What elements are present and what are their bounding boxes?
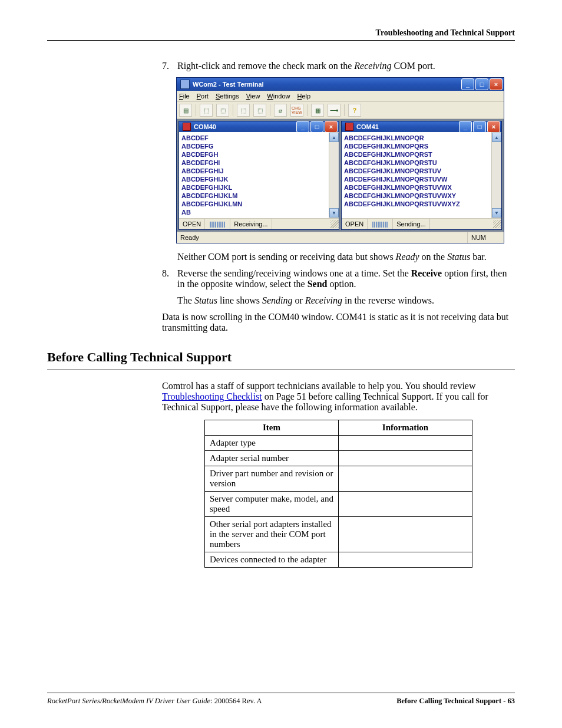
- menu-file[interactable]: File: [179, 93, 190, 100]
- txt-b: Receive: [411, 268, 442, 278]
- txt-i: Status: [447, 252, 470, 262]
- child-maximize-button[interactable]: □: [473, 121, 486, 133]
- terminal-icon: [183, 123, 191, 131]
- scroll-down-icon[interactable]: ▼: [492, 208, 501, 218]
- terminal-output-com41[interactable]: ABCDEFGHIJKLMNOPQR ABCDEFGHIJKLMNOPQRS A…: [342, 132, 491, 218]
- child-title-com40: COM40: [194, 123, 296, 130]
- doc-icon[interactable]: ▤: [179, 104, 192, 117]
- page-footer: RocketPort Series/RocketModem IV Driver …: [47, 693, 515, 706]
- leds-icon[interactable]: ▦: [311, 104, 324, 117]
- txt: or: [293, 295, 305, 305]
- scroll-up-icon[interactable]: ▲: [492, 133, 501, 142]
- col-item-header: Item: [205, 420, 339, 436]
- scroll-up-icon[interactable]: ▲: [329, 133, 339, 142]
- scroll-down-icon[interactable]: ▼: [329, 208, 339, 218]
- statusbar-right: NUM: [467, 232, 504, 243]
- close-button[interactable]: ×: [490, 78, 503, 90]
- child-status-open: OPEN: [342, 219, 368, 229]
- scrollbar[interactable]: ▲ ▼: [491, 132, 501, 218]
- step-8-number: 8.: [162, 268, 177, 289]
- child-titlebar-com41[interactable]: COM41 _ □ ×: [342, 121, 501, 132]
- ports-in-icon[interactable]: ⬚: [200, 104, 213, 117]
- closing-para: Data is now scrolling in the COM40 windo…: [162, 312, 515, 333]
- cell-info: [339, 552, 472, 568]
- toolbar: ▤ ⬚ ⬚ ⬚ ⬚ ⌀ CHGVIEW ▦ ⟶ ?: [177, 102, 504, 119]
- raw-icon[interactable]: ⟶: [328, 104, 340, 117]
- child-close-button[interactable]: ×: [325, 121, 338, 133]
- para-after-8: The Status line shows Sending or Receivi…: [177, 295, 515, 306]
- resize-grip-icon[interactable]: [330, 220, 339, 228]
- chg-view-icon[interactable]: CHGVIEW: [290, 104, 303, 117]
- child-window-com41: COM41 _ □ × ABCDEFGHIJKLMNOPQR ABCDEFGHI…: [341, 121, 502, 230]
- terminal-output-com40[interactable]: ABCDEF ABCDEFG ABCDEFGH ABCDEFGHI ABCDEF…: [179, 132, 329, 218]
- cell-item: Adapter type: [205, 436, 339, 451]
- child-close-button[interactable]: ×: [487, 121, 500, 133]
- footer-right: Before Calling Technical Support - 63: [396, 697, 515, 706]
- txt: Comtrol has a staff of support technicia…: [162, 381, 476, 391]
- table-row: Other serial port adapters installed in …: [205, 517, 472, 552]
- txt-b: Send: [308, 279, 328, 289]
- cell-item: Adapter serial number: [205, 451, 339, 466]
- troubleshooting-checklist-link[interactable]: Troubleshooting Checklist: [162, 391, 262, 401]
- txt: Neither COM port is sending or receiving…: [177, 252, 396, 262]
- child-title-com41: COM41: [356, 123, 459, 130]
- cell-info: [339, 517, 472, 552]
- menubar[interactable]: File Port Settings View Window Help: [177, 91, 504, 102]
- txt: on the: [419, 252, 448, 262]
- app-icon: [180, 80, 190, 89]
- maximize-button[interactable]: □: [475, 78, 488, 90]
- info-table: Item Information Adapter type Adapter se…: [204, 420, 472, 568]
- cell-info: [339, 451, 472, 466]
- mdi-area: COM40 _ □ × ABCDEF ABCDEFG ABCDEFGH ABCD…: [177, 119, 504, 232]
- txt-i: Receiving: [305, 295, 342, 305]
- menu-port[interactable]: Port: [197, 93, 209, 100]
- child-minimize-button[interactable]: _: [459, 121, 472, 133]
- cell-item: Devices connected to the adapter: [205, 552, 339, 568]
- step-8-text: Reverse the sending/receiving windows on…: [177, 268, 515, 289]
- child-minimize-button[interactable]: _: [296, 121, 309, 133]
- ts-intro: Comtrol has a staff of support technicia…: [162, 381, 515, 413]
- txt: option.: [328, 279, 356, 289]
- child-status-open: OPEN: [179, 219, 205, 229]
- status-bars-icon: [205, 219, 230, 229]
- child-maximize-button[interactable]: □: [310, 121, 323, 133]
- titlebar[interactable]: WCom2 - Test Terminal _ □ ×: [177, 78, 504, 91]
- cell-info: [339, 492, 472, 517]
- menu-window[interactable]: Window: [267, 93, 290, 100]
- sep-icon: [344, 104, 345, 116]
- table-row: Adapter type: [205, 436, 472, 451]
- txt-i: Ready: [396, 252, 419, 262]
- child-window-com40: COM40 _ □ × ABCDEF ABCDEFG ABCDEFGH ABCD…: [178, 121, 339, 230]
- menu-settings[interactable]: Settings: [216, 93, 239, 100]
- help-icon[interactable]: ?: [348, 104, 361, 117]
- cell-info: [339, 466, 472, 492]
- menu-help[interactable]: Help: [297, 93, 311, 100]
- footer-left-rev: : 2000564 Rev. A: [210, 697, 262, 705]
- menu-view[interactable]: View: [246, 93, 260, 100]
- sep-icon: [233, 104, 233, 116]
- clear-icon[interactable]: ⌀: [274, 104, 287, 117]
- ports-out-icon[interactable]: ⬚: [216, 104, 229, 117]
- txt: in the reverse windows.: [342, 295, 434, 305]
- step-7-a: Right-click and remove the check mark on…: [177, 61, 354, 71]
- sep-icon: [196, 104, 196, 116]
- app-window: WCom2 - Test Terminal _ □ × File Port Se…: [176, 77, 504, 243]
- child-titlebar-com40[interactable]: COM40 _ □ ×: [179, 121, 339, 132]
- minimize-button[interactable]: _: [461, 78, 474, 90]
- step-7-italic: Receiving: [354, 61, 391, 71]
- app-statusbar: Ready NUM: [177, 232, 504, 243]
- step-7: 7. Right-click and remove the check mark…: [162, 61, 515, 71]
- ports-out2-icon[interactable]: ⬚: [253, 104, 266, 117]
- txt: The: [177, 295, 194, 305]
- resize-grip-icon[interactable]: [493, 220, 501, 228]
- table-header-row: Item Information: [205, 420, 472, 436]
- child-status-mode: Receiving...: [230, 219, 272, 229]
- scrollbar[interactable]: ▲ ▼: [329, 132, 339, 218]
- screenshot: WCom2 - Test Terminal _ □ × File Port Se…: [176, 77, 515, 243]
- running-header: Troubleshooting and Technical Support: [47, 28, 515, 41]
- step-7-number: 7.: [162, 61, 177, 71]
- status-bars-icon: [368, 219, 393, 229]
- ports-in2-icon[interactable]: ⬚: [237, 104, 250, 117]
- child-status-mode: Sending...: [393, 219, 430, 229]
- section-heading: Before Calling Technical Support: [47, 350, 515, 365]
